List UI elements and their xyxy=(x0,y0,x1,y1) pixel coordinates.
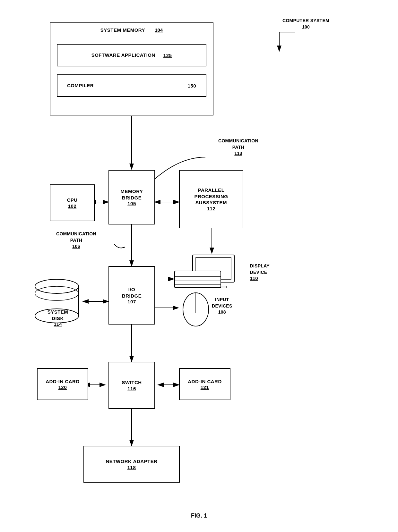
computer-system-arrow xyxy=(279,32,295,51)
mouse-area xyxy=(181,292,210,327)
comm-path-106-curve xyxy=(114,244,125,248)
add-in-card-121-box: ADD-IN CARD 121 xyxy=(179,368,230,400)
parallel-processing-number: 112 xyxy=(207,206,216,211)
svg-rect-11 xyxy=(175,271,221,288)
display-device-number: 110 xyxy=(250,275,258,281)
network-adapter-number: 118 xyxy=(127,465,136,470)
display-device-label: DISPLAYDEVICE xyxy=(250,263,270,275)
comm-path-113-text: COMMUNICATIONPATH xyxy=(218,138,258,150)
system-memory-box: SYSTEM MEMORY 104 SOFTWARE APPLICATION 1… xyxy=(50,22,213,115)
compiler-number: 150 xyxy=(187,83,196,89)
diagram-container: { "title": "FIG. 1", "computer_system_la… xyxy=(0,0,398,532)
comm-path-106-label: COMMUNICATIONPATH 106 xyxy=(56,231,96,250)
io-bridge-number: 107 xyxy=(127,299,136,304)
comm-path-106-text: COMMUNICATIONPATH xyxy=(56,231,96,243)
io-bridge-box: I/OBRIDGE 107 xyxy=(108,266,155,325)
comm-path-106-number: 106 xyxy=(72,244,80,249)
fig-label-text: FIG. 1 xyxy=(191,512,207,519)
computer-system-label: COMPUTER SYSTEM 100 xyxy=(282,18,329,30)
software-application-label: SOFTWARE APPLICATION xyxy=(91,52,155,58)
cpu-number: 102 xyxy=(68,203,77,209)
memory-bridge-box: MEMORYBRIDGE 105 xyxy=(108,170,155,224)
system-disk-label: SYSTEMDISK xyxy=(48,309,68,321)
software-application-number: 125 xyxy=(163,53,172,58)
mouse-svg xyxy=(181,292,210,327)
keyboard-area xyxy=(174,269,222,292)
input-devices-number: 108 xyxy=(218,309,226,315)
system-disk-area: SYSTEMDISK 114 xyxy=(32,274,83,329)
system-memory-number: 104 xyxy=(155,27,163,33)
parallel-processing-box: PARALLELPROCESSINGSUBSYSTEM 112 xyxy=(179,170,243,228)
compiler-box: COMPILER 150 xyxy=(57,74,206,97)
add-in-card-121-label: ADD-IN CARD xyxy=(188,378,222,385)
input-devices-label: INPUTDEVICES 108 xyxy=(212,297,232,316)
network-adapter-label: NETWORK ADAPTER xyxy=(106,458,157,465)
comm-path-113-number: 113 xyxy=(234,151,242,156)
add-in-card-120-number: 120 xyxy=(58,384,67,390)
add-in-card-120-label: ADD-IN CARD xyxy=(46,378,80,385)
parallel-processing-label: PARALLELPROCESSINGSUBSYSTEM xyxy=(194,187,228,206)
network-adapter-box: NETWORK ADAPTER 118 xyxy=(83,446,180,483)
io-bridge-label: I/OBRIDGE xyxy=(122,286,142,299)
cpu-label: CPU xyxy=(67,197,77,203)
memory-bridge-label: MEMORYBRIDGE xyxy=(121,188,143,201)
input-devices-text: INPUTDEVICES xyxy=(212,297,232,308)
memory-bridge-number: 105 xyxy=(127,201,136,206)
cpu-box: CPU 102 xyxy=(50,184,95,221)
add-in-card-121-number: 121 xyxy=(201,384,209,390)
software-application-box: SOFTWARE APPLICATION 125 xyxy=(57,44,206,66)
system-memory-label: SYSTEM MEMORY xyxy=(100,27,145,33)
switch-box: SWITCH 116 xyxy=(108,362,155,409)
system-disk-number: 114 xyxy=(54,321,62,327)
fig-label: FIG. 1 xyxy=(0,512,398,519)
switch-number: 116 xyxy=(127,386,136,391)
add-in-card-120-box: ADD-IN CARD 120 xyxy=(37,368,88,400)
switch-label: SWITCH xyxy=(122,379,142,386)
keyboard-svg xyxy=(174,269,221,290)
comm-path-113-label: COMMUNICATIONPATH 113 xyxy=(218,138,258,157)
compiler-label: COMPILER xyxy=(67,82,94,89)
